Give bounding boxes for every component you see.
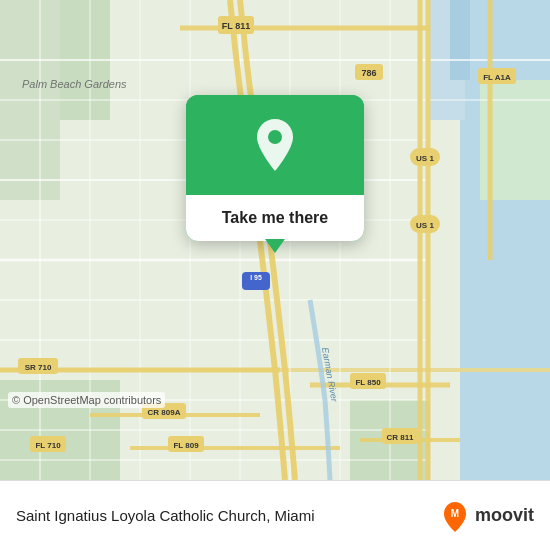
info-bar: Saint Ignatius Loyola Catholic Church, M…	[0, 480, 550, 550]
svg-text:CR 811: CR 811	[386, 433, 414, 442]
svg-text:FL A1A: FL A1A	[483, 73, 511, 82]
popup-icon-area	[186, 95, 364, 195]
place-name: Saint Ignatius Loyola Catholic Church, M…	[16, 507, 314, 524]
take-me-there-label: Take me there	[222, 209, 328, 227]
svg-text:SR 710: SR 710	[25, 363, 52, 372]
moovit-icon: M	[439, 500, 471, 532]
svg-text:I 95: I 95	[250, 274, 262, 281]
take-me-there-button[interactable]: Take me there	[186, 195, 364, 241]
svg-text:CR 809A: CR 809A	[148, 408, 181, 417]
svg-point-64	[268, 130, 282, 144]
moovit-logo: M moovit	[439, 500, 534, 532]
map-attribution: © OpenStreetMap contributors	[8, 392, 165, 408]
location-info: Saint Ignatius Loyola Catholic Church, M…	[16, 507, 314, 524]
popup-card: Take me there	[186, 95, 364, 241]
svg-text:786: 786	[361, 68, 376, 78]
svg-text:FL 811: FL 811	[222, 21, 250, 31]
svg-text:US 1: US 1	[416, 221, 434, 230]
map-area: FL 811 786 FL A1A US 1 US 1 I 95 SR 710 …	[0, 0, 550, 480]
location-pin-icon	[253, 119, 297, 171]
svg-text:US 1: US 1	[416, 154, 434, 163]
svg-text:FL 850: FL 850	[355, 378, 381, 387]
svg-text:FL 710: FL 710	[35, 441, 61, 450]
svg-text:M: M	[451, 508, 459, 519]
moovit-brand-text: moovit	[475, 505, 534, 526]
svg-text:FL 809: FL 809	[173, 441, 199, 450]
svg-text:Palm Beach Gardens: Palm Beach Gardens	[22, 78, 127, 90]
svg-rect-3	[450, 0, 470, 80]
